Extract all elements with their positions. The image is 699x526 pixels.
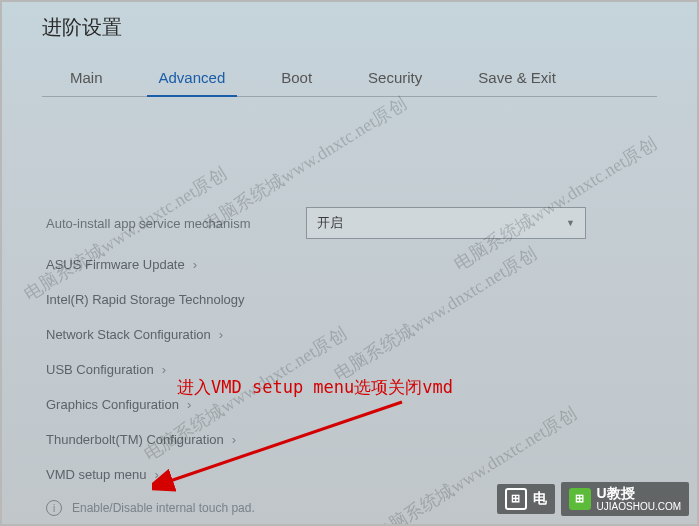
chevron-right-icon: › [219, 327, 223, 342]
link-thunderbolt-config[interactable]: Thunderbolt(TM) Configuration › [46, 432, 653, 447]
setting-label: Auto-install app service mechanism [46, 216, 306, 231]
page-title: 进阶设置 [42, 14, 657, 41]
chevron-right-icon: › [154, 467, 158, 482]
link-label: Network Stack Configuration [46, 327, 211, 342]
link-vmd-setup[interactable]: VMD setup menu › [46, 467, 653, 482]
settings-panel: Auto-install app service mechanism 开启 AS… [2, 97, 697, 522]
link-label: Graphics Configuration [46, 397, 179, 412]
chevron-right-icon: › [187, 397, 191, 412]
logo-ujiaoshou: ⊞ U教授 UJIAOSHOU.COM [561, 482, 689, 516]
select-value: 开启 [317, 214, 343, 232]
tab-security[interactable]: Security [340, 59, 450, 96]
tab-main[interactable]: Main [42, 59, 131, 96]
tab-save-exit[interactable]: Save & Exit [450, 59, 584, 96]
logo-icon: ⊞ [505, 488, 527, 510]
chevron-right-icon: › [232, 432, 236, 447]
annotation-text: 进入VMD setup menu选项关闭vmd [177, 376, 453, 399]
tab-advanced[interactable]: Advanced [131, 59, 254, 96]
link-asus-firmware[interactable]: ASUS Firmware Update › [46, 257, 653, 272]
logo-icon: ⊞ [569, 488, 591, 510]
link-label: Thunderbolt(TM) Configuration [46, 432, 224, 447]
help-bar: i Enable/Disable internal touch pad. [46, 500, 255, 516]
logo-dnxtc: ⊞ 电 [497, 484, 555, 514]
info-icon: i [46, 500, 62, 516]
logo-name: U教授 [597, 486, 681, 501]
auto-install-select[interactable]: 开启 [306, 207, 586, 239]
chevron-right-icon: › [162, 362, 166, 377]
link-graphics-config[interactable]: Graphics Configuration › [46, 397, 653, 412]
logo-sub: UJIAOSHOU.COM [597, 501, 681, 512]
link-network-stack[interactable]: Network Stack Configuration › [46, 327, 653, 342]
tab-bar: Main Advanced Boot Security Save & Exit [42, 59, 657, 97]
chevron-right-icon: › [193, 257, 197, 272]
link-label: VMD setup menu [46, 467, 146, 482]
tab-boot[interactable]: Boot [253, 59, 340, 96]
link-label: Intel(R) Rapid Storage Technology [46, 292, 245, 307]
link-label: USB Configuration [46, 362, 154, 377]
help-text: Enable/Disable internal touch pad. [72, 501, 255, 515]
setting-auto-install: Auto-install app service mechanism 开启 [46, 207, 653, 239]
link-usb-config[interactable]: USB Configuration › [46, 362, 653, 377]
link-intel-rst[interactable]: Intel(R) Rapid Storage Technology [46, 292, 653, 307]
logo-name: 电 [533, 491, 547, 506]
watermark-logos: ⊞ 电 ⊞ U教授 UJIAOSHOU.COM [497, 482, 689, 516]
link-label: ASUS Firmware Update [46, 257, 185, 272]
